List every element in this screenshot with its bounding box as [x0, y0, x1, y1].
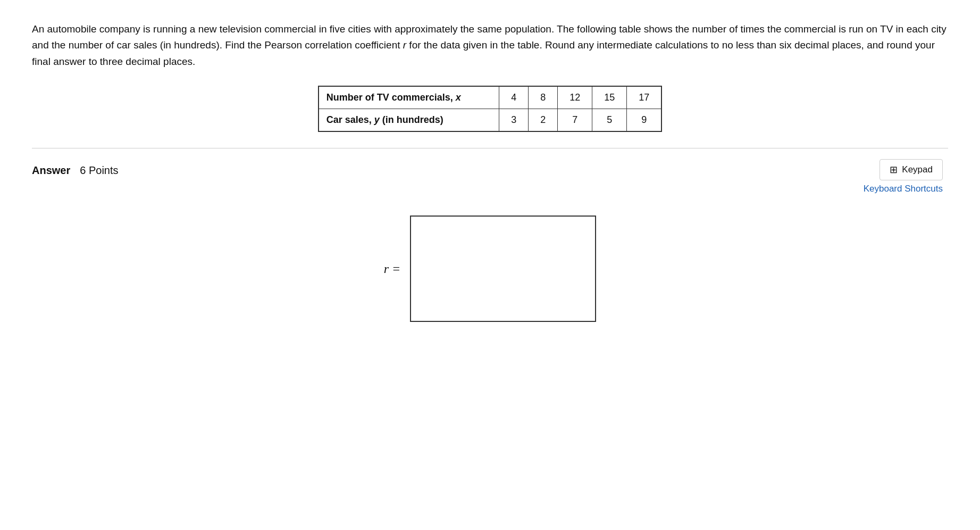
row1-val4: 15	[592, 86, 627, 109]
question-paragraph: An automobile company is running a new t…	[32, 23, 947, 67]
row2-label: Car sales, y (in hundreds)	[319, 109, 499, 132]
answer-title: Answer	[32, 164, 70, 177]
row1-val3: 12	[558, 86, 592, 109]
table-row-1: Number of TV commercials, x 4 8 12 15 17	[319, 86, 662, 109]
answer-points: 6 Points	[80, 164, 118, 177]
answer-section: Answer 6 Points ⊞ Keypad Keyboard Shortc…	[32, 159, 948, 194]
row1-val2: 8	[529, 86, 558, 109]
section-divider	[32, 148, 948, 148]
answer-input-area: r =	[32, 216, 948, 322]
r-equals-label: r =	[384, 262, 401, 276]
answer-box[interactable]	[410, 216, 596, 322]
page-container: An automobile company is running a new t…	[0, 0, 980, 343]
row1-val1: 4	[499, 86, 529, 109]
keypad-button-label: Keypad	[902, 164, 933, 175]
keyboard-shortcuts-label: Keyboard Shortcuts	[864, 184, 943, 194]
row2-val1: 3	[499, 109, 529, 132]
row2-val3: 7	[558, 109, 592, 132]
keypad-icon: ⊞	[890, 164, 898, 176]
table-row-2: Car sales, y (in hundreds) 3 2 7 5 9	[319, 109, 662, 132]
row2-val4: 5	[592, 109, 627, 132]
table-wrapper: Number of TV commercials, x 4 8 12 15 17…	[32, 86, 948, 132]
keyboard-shortcuts-link[interactable]: Keyboard Shortcuts	[864, 184, 943, 194]
data-table: Number of TV commercials, x 4 8 12 15 17…	[318, 86, 663, 132]
answer-label: Answer 6 Points	[32, 164, 119, 177]
row2-val2: 2	[529, 109, 558, 132]
row2-val5: 9	[627, 109, 662, 132]
row1-val5: 17	[627, 86, 662, 109]
row1-label: Number of TV commercials, x	[319, 86, 499, 109]
keypad-section: ⊞ Keypad Keyboard Shortcuts	[864, 159, 943, 194]
keypad-button[interactable]: ⊞ Keypad	[880, 159, 943, 180]
question-text: An automobile company is running a new t…	[32, 21, 948, 70]
